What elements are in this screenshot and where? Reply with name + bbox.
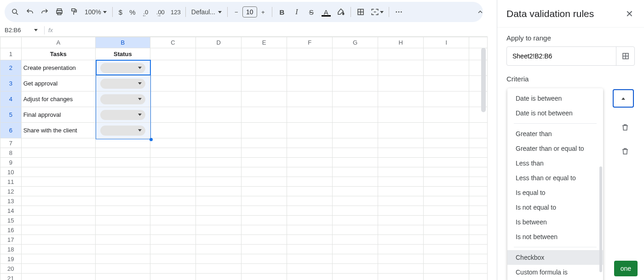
cell[interactable] bbox=[150, 196, 196, 206]
zoom-dropdown[interactable]: 100% bbox=[82, 5, 109, 19]
column-header-partial[interactable] bbox=[469, 37, 488, 48]
cell[interactable] bbox=[287, 235, 333, 245]
task-cell[interactable]: Share with the client bbox=[21, 123, 95, 138]
done-button[interactable]: one bbox=[614, 261, 638, 276]
row-header[interactable]: 2 bbox=[0, 60, 22, 76]
row-header[interactable]: 11 bbox=[0, 177, 22, 187]
cell[interactable] bbox=[469, 177, 488, 187]
column-header-g[interactable]: G bbox=[333, 37, 378, 48]
criteria-option[interactable]: Is not equal to bbox=[507, 200, 603, 215]
cell[interactable] bbox=[242, 245, 287, 254]
cell[interactable] bbox=[196, 254, 242, 264]
cell[interactable] bbox=[424, 107, 469, 123]
cell[interactable] bbox=[95, 196, 150, 206]
cell[interactable] bbox=[424, 187, 469, 196]
cell[interactable] bbox=[242, 167, 287, 177]
cell[interactable] bbox=[287, 48, 333, 60]
cell[interactable] bbox=[333, 196, 378, 206]
italic-button[interactable]: I bbox=[290, 5, 304, 19]
cell[interactable] bbox=[424, 264, 469, 274]
row-header[interactable]: 6 bbox=[0, 123, 22, 138]
format-123-button[interactable]: 123 bbox=[169, 5, 183, 19]
format-currency-button[interactable]: $ bbox=[115, 5, 126, 19]
row-header[interactable]: 15 bbox=[0, 216, 22, 225]
cell[interactable] bbox=[150, 216, 196, 225]
cell[interactable] bbox=[287, 76, 333, 91]
name-box[interactable]: B2:B6 bbox=[5, 27, 40, 34]
cell[interactable] bbox=[95, 167, 150, 177]
cell[interactable] bbox=[196, 138, 242, 148]
close-icon[interactable]: ✕ bbox=[624, 8, 635, 19]
cell[interactable] bbox=[287, 177, 333, 187]
row-header[interactable]: 16 bbox=[0, 225, 22, 235]
cell[interactable] bbox=[21, 206, 95, 216]
cell[interactable] bbox=[95, 177, 150, 187]
dropdown-chip[interactable] bbox=[100, 94, 145, 104]
criteria-option[interactable]: Greater than or equal to bbox=[507, 141, 603, 156]
dropdown-scrollbar[interactable] bbox=[599, 166, 602, 272]
font-size-increase-button[interactable]: + bbox=[257, 6, 269, 18]
cell[interactable] bbox=[95, 148, 150, 158]
cell[interactable] bbox=[469, 187, 488, 196]
cell[interactable] bbox=[424, 225, 469, 235]
task-cell[interactable]: Get approval bbox=[21, 76, 95, 91]
cell[interactable] bbox=[95, 91, 150, 107]
row-header[interactable]: 21 bbox=[0, 274, 22, 280]
delete-icon[interactable] bbox=[620, 122, 630, 132]
cell[interactable] bbox=[424, 245, 469, 254]
cell[interactable] bbox=[150, 148, 196, 158]
cell[interactable] bbox=[469, 216, 488, 225]
cell[interactable] bbox=[469, 274, 488, 280]
cell[interactable] bbox=[95, 187, 150, 196]
cell[interactable] bbox=[287, 167, 333, 177]
merge-cells-button[interactable] bbox=[368, 5, 386, 19]
cell[interactable] bbox=[424, 48, 469, 60]
cell[interactable] bbox=[378, 254, 424, 264]
cell[interactable] bbox=[469, 167, 488, 177]
cell[interactable] bbox=[424, 138, 469, 148]
cell[interactable] bbox=[95, 158, 150, 167]
dropdown-chip[interactable] bbox=[100, 126, 145, 136]
cell[interactable] bbox=[196, 167, 242, 177]
cell[interactable] bbox=[242, 76, 287, 91]
cell[interactable] bbox=[242, 235, 287, 245]
cell[interactable] bbox=[21, 264, 95, 274]
cell[interactable] bbox=[196, 60, 242, 76]
cell[interactable] bbox=[469, 225, 488, 235]
cell[interactable] bbox=[21, 254, 95, 264]
cell[interactable] bbox=[333, 148, 378, 158]
cell[interactable] bbox=[196, 196, 242, 206]
cell[interactable] bbox=[424, 177, 469, 187]
criteria-option[interactable]: Date is not between bbox=[507, 106, 603, 120]
cell[interactable] bbox=[21, 138, 95, 148]
cell[interactable] bbox=[424, 60, 469, 76]
cell[interactable] bbox=[196, 76, 242, 91]
decrease-decimal-button[interactable]: .0 ← bbox=[139, 5, 152, 19]
cell[interactable] bbox=[378, 167, 424, 177]
strikethrough-button[interactable]: S bbox=[305, 5, 318, 19]
header-status[interactable]: Status bbox=[95, 48, 150, 60]
cell[interactable] bbox=[333, 76, 378, 91]
text-color-button[interactable]: A bbox=[319, 5, 333, 19]
criteria-option[interactable]: Checkbox bbox=[507, 250, 603, 265]
cell[interactable] bbox=[196, 216, 242, 225]
cell[interactable] bbox=[196, 158, 242, 167]
criteria-option[interactable]: Greater than bbox=[507, 126, 603, 141]
cell[interactable] bbox=[287, 225, 333, 235]
header-tasks[interactable]: Tasks bbox=[21, 48, 95, 60]
cell[interactable] bbox=[333, 235, 378, 245]
cell[interactable] bbox=[378, 177, 424, 187]
bold-button[interactable]: B bbox=[275, 5, 289, 19]
cell[interactable] bbox=[333, 158, 378, 167]
cell[interactable] bbox=[150, 123, 196, 138]
cell[interactable] bbox=[378, 206, 424, 216]
cell[interactable] bbox=[333, 60, 378, 76]
criteria-option[interactable]: Less than or equal to bbox=[507, 171, 603, 185]
cell[interactable] bbox=[95, 138, 150, 148]
font-size-input[interactable]: 10 bbox=[242, 6, 257, 17]
selection-handle[interactable] bbox=[150, 138, 153, 141]
cell[interactable] bbox=[378, 107, 424, 123]
cell[interactable] bbox=[21, 216, 95, 225]
print-icon[interactable] bbox=[52, 5, 66, 19]
cell[interactable] bbox=[333, 123, 378, 138]
